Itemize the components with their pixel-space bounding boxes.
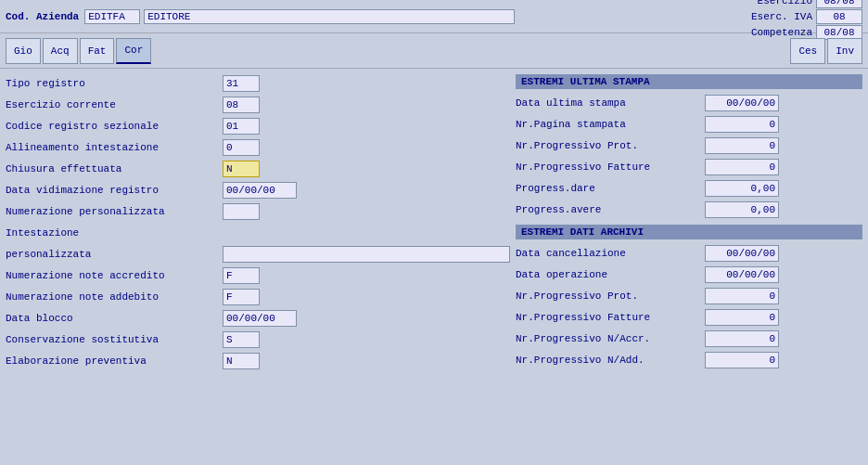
nr-progressivo-naccr-label: Nr.Progressivo N/Accr. [516, 333, 701, 344]
esercizio-corrente-label: Esercizio corrente [6, 99, 219, 110]
field-row-elaborazione-preventiva: Elaborazione preventiva [6, 352, 510, 370]
field-row-codice-registro: Codice registro sezionale [6, 117, 510, 136]
progress-avere-label: Progress.avere [516, 204, 701, 215]
tab-gio[interactable]: Gio [6, 38, 41, 64]
estremi-dati-archivi-header: ESTREMI DATI ARCHIVI [516, 225, 862, 239]
tab-cor[interactable]: Cor [116, 38, 151, 64]
field-row-numerazione-personalizzata: Numerazione personalizzata [6, 202, 510, 221]
field-row-tipo-registro: Tipo registro [6, 74, 510, 93]
field-row-intestazione: Intestazione [6, 224, 510, 242]
eserc-iva-label: Eserc. IVA [729, 11, 812, 22]
data-cancellazione-label: Data cancellazione [516, 248, 701, 259]
nr-progressivo-nadd-label: Nr.Progressivo N/Add. [516, 355, 701, 366]
left-panel: Tipo registro Esercizio corrente Codice … [6, 74, 510, 459]
field-row-nr-pagina-stampata: Nr.Pagina stampata [516, 115, 862, 134]
field-row-personalizzata: personalizzata [6, 245, 510, 264]
allineamento-label: Allineamento intestazione [6, 142, 219, 153]
numerazione-note-addebito-value[interactable] [223, 289, 260, 305]
field-row-data-vidimazione: Data vidimazione registro [6, 181, 510, 200]
field-row-chiusura: Chiusura effettuata [6, 160, 510, 178]
field-row-nr-progressivo-naccr: Nr.Progressivo N/Accr. [516, 329, 862, 348]
top-bar: Cod. Azienda Esercizio 08/08 Eserc. IVA … [0, 0, 868, 33]
field-row-nr-progressivo-prot-1: Nr.Progressivo Prot. [516, 136, 862, 155]
nr-progressivo-naccr-value[interactable] [705, 330, 779, 347]
progress-avere-value[interactable] [705, 201, 779, 218]
data-operazione-value[interactable] [705, 266, 779, 283]
field-row-conservazione-sostitutiva: Conservazione sostitutiva [6, 330, 510, 349]
personalizzata-value[interactable] [223, 246, 510, 263]
field-row-progress-dare: Progress.dare [516, 179, 862, 198]
intestazione-label: Intestazione [6, 227, 219, 239]
eserc-iva-row: Eserc. IVA 08 [729, 9, 862, 24]
estremi-ultima-stampa-section: ESTREMI ULTIMA STAMPA Data ultima stampa… [516, 74, 862, 219]
conservazione-sostitutiva-value[interactable] [223, 331, 260, 348]
numerazione-note-accredito-value[interactable] [223, 267, 260, 284]
data-vidimazione-value[interactable] [223, 182, 297, 199]
field-row-nr-progressivo-nadd: Nr.Progressivo N/Add. [516, 351, 862, 369]
estremi-dati-archivi-section: ESTREMI DATI ARCHIVI Data cancellazione … [516, 225, 862, 369]
field-row-allineamento: Allineamento intestazione [6, 138, 510, 157]
right-panel: ESTREMI ULTIMA STAMPA Data ultima stampa… [516, 74, 862, 459]
elaborazione-preventiva-value[interactable] [223, 353, 260, 369]
tab-fat[interactable]: Fat [80, 38, 115, 64]
data-blocco-value[interactable] [223, 310, 297, 327]
nr-progressivo-fatture-2-label: Nr.Progressivo Fatture [516, 312, 701, 323]
nr-progressivo-fatture-1-value[interactable] [705, 159, 779, 175]
field-row-numerazione-note-addebito: Numerazione note addebito [6, 288, 510, 306]
nr-progressivo-fatture-1-label: Nr.Progressivo Fatture [516, 161, 701, 173]
esercizio-label: Esercizio [729, 0, 812, 6]
tipo-registro-label: Tipo registro [6, 78, 219, 89]
field-row-nr-progressivo-fatture-2: Nr.Progressivo Fatture [516, 308, 862, 327]
codice-registro-value[interactable] [223, 118, 260, 135]
progress-dare-value[interactable] [705, 180, 779, 197]
field-row-numerazione-note-accredito: Numerazione note accredito [6, 266, 510, 285]
data-blocco-label: Data blocco [6, 313, 219, 324]
top-right-info: Esercizio 08/08 Eserc. IVA 08 Competenza… [729, 0, 862, 40]
tab-ces[interactable]: Ces [790, 38, 825, 64]
esercizio-row: Esercizio 08/08 [729, 0, 862, 8]
nr-pagina-stampata-value[interactable] [705, 116, 779, 133]
chiusura-label: Chiusura effettuata [6, 163, 219, 174]
codice-registro-label: Codice registro sezionale [6, 121, 219, 132]
nr-progressivo-fatture-2-value[interactable] [705, 309, 779, 326]
esercizio-value: 08/08 [816, 0, 862, 8]
tab-inv[interactable]: Inv [827, 38, 862, 64]
cod-azienda-code[interactable] [84, 9, 140, 24]
field-row-data-cancellazione: Data cancellazione [516, 244, 862, 263]
numerazione-note-addebito-label: Numerazione note addebito [6, 291, 219, 303]
field-row-progress-avere: Progress.avere [516, 200, 862, 219]
nr-progressivo-prot-1-label: Nr.Progressivo Prot. [516, 140, 701, 151]
chiusura-value[interactable] [223, 161, 260, 177]
personalizzata-label: personalizzata [6, 249, 219, 260]
data-cancellazione-value[interactable] [705, 245, 779, 262]
competenza-label: Competenza [729, 27, 812, 38]
nr-progressivo-prot-2-label: Nr.Progressivo Prot. [516, 291, 701, 302]
allineamento-value[interactable] [223, 139, 260, 156]
tab-acq[interactable]: Acq [43, 38, 78, 64]
esercizio-corrente-value[interactable] [223, 97, 260, 113]
elaborazione-preventiva-label: Elaborazione preventiva [6, 355, 219, 367]
field-row-data-blocco: Data blocco [6, 309, 510, 328]
numerazione-note-accredito-label: Numerazione note accredito [6, 270, 219, 281]
field-row-nr-progressivo-prot-2: Nr.Progressivo Prot. [516, 287, 862, 305]
numerazione-personalizzata-label: Numerazione personalizzata [6, 206, 219, 217]
field-row-data-operazione: Data operazione [516, 265, 862, 284]
main-content: Tipo registro Esercizio corrente Codice … [0, 69, 868, 465]
data-vidimazione-label: Data vidimazione registro [6, 185, 219, 196]
tipo-registro-value[interactable] [223, 75, 260, 92]
nr-pagina-stampata-label: Nr.Pagina stampata [516, 119, 701, 130]
numerazione-personalizzata-value[interactable] [223, 203, 260, 220]
eserc-iva-value: 08 [816, 9, 862, 24]
nr-progressivo-prot-1-value[interactable] [705, 137, 779, 154]
cod-azienda-name[interactable] [144, 9, 515, 24]
estremi-ultima-stampa-header: ESTREMI ULTIMA STAMPA [516, 74, 862, 89]
conservazione-sostitutiva-label: Conservazione sostitutiva [6, 334, 219, 345]
nr-progressivo-nadd-value[interactable] [705, 352, 779, 368]
data-ultima-stampa-value[interactable] [705, 95, 779, 111]
cod-azienda-label: Cod. Azienda [6, 11, 79, 22]
data-ultima-stampa-label: Data ultima stampa [516, 97, 701, 109]
data-operazione-label: Data operazione [516, 269, 701, 280]
field-row-nr-progressivo-fatture-1: Nr.Progressivo Fatture [516, 158, 862, 176]
nr-progressivo-prot-2-value[interactable] [705, 288, 779, 304]
field-row-data-ultima-stampa: Data ultima stampa [516, 94, 862, 112]
